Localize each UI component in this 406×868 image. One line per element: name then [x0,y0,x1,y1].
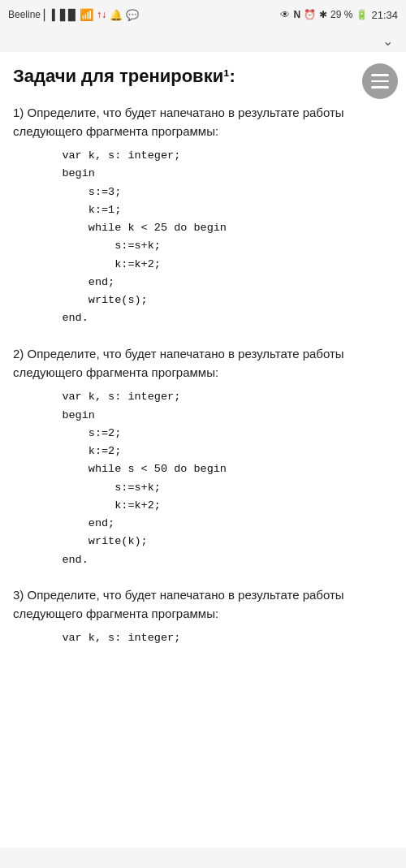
task-item-3: 3) Определите, что будет напечатано в ре… [13,585,393,648]
task-2-number: 2) [13,347,28,361]
hamburger-line-1 [371,74,389,76]
task-item-2: 2) Определите, что будет напечатано в ре… [13,344,393,569]
task-3-number: 3) [13,588,28,602]
status-bar: Beeline ▏▍▋▉ 📶 ↑↓ 🔔 💬 👁 N ⏰ ✱ 29 % 🔋 21:… [0,0,406,29]
task-3-description: 3) Определите, что будет напечатано в ре… [13,585,393,624]
status-left: Beeline ▏▍▋▉ 📶 ↑↓ 🔔 💬 [8,8,139,21]
hamburger-menu-button[interactable] [362,63,398,99]
task-2-description: 2) Определите, что будет напечатано в ре… [13,344,393,382]
carrier-name: Beeline [8,9,41,20]
task-1-code: var k, s: integer; begin s:=3; k:=1; whi… [36,147,393,328]
task-3-code: var k, s: integer; [36,629,393,647]
hamburger-line-3 [371,86,389,89]
battery-percent: 29 % [330,9,352,20]
message-icon: 💬 [126,9,139,21]
chevron-down-icon[interactable]: ⌄ [382,33,393,49]
data-transfer-icon: ↑↓ [97,9,106,20]
task-1-description: 1) Определите, что будет напечатано в ре… [13,103,393,141]
hamburger-line-2 [371,80,389,83]
task-3-text: Определите, что будет напечатано в резул… [13,588,344,620]
fade-overlay [0,815,406,848]
notification-icon: 🔔 [110,9,123,21]
task-2-code: var k, s: integer; begin s:=2; k:=2; whi… [36,388,393,569]
task-item-1: 1) Определите, что будет напечатано в ре… [13,103,393,328]
n-icon: N [293,9,300,20]
main-content: Задачи для тренировки¹: 1) Определите, ч… [0,52,406,848]
eye-icon: 👁 [280,9,290,20]
task-1-number: 1) [13,106,28,119]
battery-icon: 🔋 [356,9,368,20]
signal-icon: ▏▍▋▉ [44,9,76,21]
wifi-icon: 📶 [80,8,93,21]
task-1-text: Определите, что будет напечатано в резул… [13,106,344,138]
status-right: 👁 N ⏰ ✱ 29 % 🔋 21:34 [280,9,398,21]
bluetooth-icon: ✱ [319,9,327,20]
chevron-bar[interactable]: ⌄ [0,29,406,52]
clock-time: 21:34 [371,9,398,21]
task-2-text: Определите, что будет напечатано в резул… [13,347,344,379]
page-title: Задачи для тренировки¹: [13,65,393,89]
alarm-icon: ⏰ [304,9,316,20]
